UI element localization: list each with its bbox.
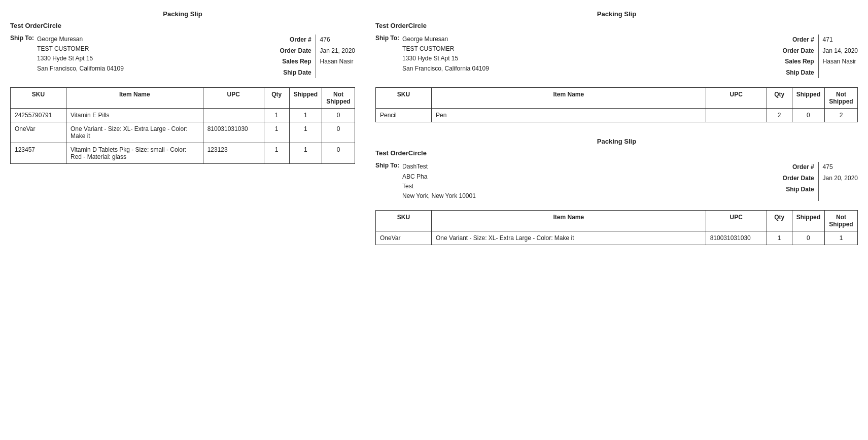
- ship-date-label-2: Ship Date: [783, 67, 814, 79]
- order-num-label-2: Order #: [783, 35, 814, 46]
- cell-qty: 2: [767, 109, 792, 122]
- ship-to-address-1: George Muresan TEST CUSTOMER 1330 Hyde S…: [37, 35, 124, 78]
- slip-title-1: Packing Slip: [10, 10, 355, 18]
- th-notshipped-2: Not Shipped: [825, 88, 858, 109]
- table-row: Pencil Pen 2 0 2: [376, 109, 858, 122]
- ship-to-label-2: Ship To:: [375, 35, 399, 78]
- address-name-3: DashTest: [402, 162, 476, 172]
- page-container: Packing Slip Test OrderCircle Ship To: G…: [10, 10, 858, 245]
- company-name-2: Test OrderCircle: [375, 22, 858, 29]
- address-line4-2: San Francisco, California 04109: [402, 64, 489, 74]
- cell-notshipped: 0: [322, 143, 355, 164]
- th-sku-2: SKU: [376, 88, 432, 109]
- th-qty-3: Qty: [767, 211, 792, 231]
- cell-item: One Variant - Size: XL- Extra Large - Co…: [432, 231, 706, 245]
- cell-upc: [706, 109, 767, 122]
- cell-qty: 1: [264, 122, 289, 143]
- table-row: 24255790791 Vitamin E Pills 1 1 0: [11, 109, 355, 122]
- cell-item: One Variant - Size: XL- Extra Large - Co…: [66, 122, 203, 143]
- sales-rep-value-1: Hasan Nasir: [320, 56, 355, 67]
- order-values-3: 475 Jan 20, 2020: [823, 162, 858, 201]
- cell-notshipped: 2: [825, 109, 858, 122]
- th-item-1: Item Name: [66, 88, 203, 109]
- order-num-value-1: 476: [320, 35, 355, 46]
- company-name-1: Test OrderCircle: [10, 22, 355, 29]
- th-notshipped-1: Not Shipped: [322, 88, 355, 109]
- th-item-2: Item Name: [432, 88, 706, 109]
- ship-to-section-2: Ship To: George Muresan TEST CUSTOMER 13…: [375, 35, 489, 78]
- items-table-2: SKU Item Name UPC Qty Shipped Not Shippe…: [375, 87, 858, 122]
- th-upc-1: UPC: [203, 88, 264, 109]
- ship-to-section-3: Ship To: DashTest ABC Pha Test New York,…: [375, 162, 476, 201]
- cell-shipped: 0: [792, 231, 824, 245]
- sales-rep-label-1: Sales Rep: [280, 56, 311, 67]
- address-line2-3: ABC Pha: [402, 172, 476, 182]
- cell-qty: 1: [264, 143, 289, 164]
- sales-rep-label-2: Sales Rep: [783, 56, 814, 67]
- cell-shipped: 1: [289, 109, 322, 122]
- sales-rep-value-2: Hasan Nasir: [823, 56, 858, 67]
- cell-sku: Pencil: [376, 109, 432, 122]
- slip-title-3: Packing Slip: [375, 138, 858, 145]
- order-date-value-3: Jan 20, 2020: [823, 173, 858, 184]
- th-sku-1: SKU: [11, 88, 66, 109]
- cell-qty: 1: [264, 109, 289, 122]
- cell-notshipped: 0: [322, 122, 355, 143]
- address-line3-2: 1330 Hyde St Apt 15: [402, 54, 489, 63]
- cell-upc: 810031031030: [706, 231, 767, 245]
- cell-upc: 123123: [203, 143, 264, 164]
- address-name-1: George Muresan: [37, 35, 124, 44]
- packing-slip-3: Packing Slip Test OrderCircle Ship To: D…: [375, 138, 858, 245]
- cell-shipped: 0: [792, 109, 824, 122]
- order-date-value-1: Jan 21, 2020: [320, 46, 355, 57]
- th-upc-3: UPC: [706, 211, 767, 231]
- items-table-1: SKU Item Name UPC Qty Shipped Not Shippe…: [10, 87, 355, 164]
- order-date-label-3: Order Date: [783, 173, 814, 184]
- address-line4-1: San Francisco, California 04109: [37, 64, 124, 74]
- th-item-3: Item Name: [432, 211, 706, 231]
- order-labels-1: Order # Order Date Sales Rep Ship Date: [280, 35, 311, 78]
- th-upc-2: UPC: [706, 88, 767, 109]
- cell-sku: 123457: [11, 143, 66, 164]
- ship-to-label-1: Ship To:: [10, 35, 34, 78]
- ship-to-address-2: George Muresan TEST CUSTOMER 1330 Hyde S…: [402, 35, 489, 78]
- cell-shipped: 1: [289, 143, 322, 164]
- order-divider-1: [316, 35, 316, 78]
- ship-date-label-3: Ship Date: [783, 184, 814, 195]
- right-column: Packing Slip Test OrderCircle Ship To: G…: [375, 10, 858, 245]
- cell-shipped: 1: [289, 122, 322, 143]
- order-labels-3: Order # Order Date Ship Date: [783, 162, 814, 201]
- th-qty-1: Qty: [264, 88, 289, 109]
- order-date-value-2: Jan 14, 2020: [823, 46, 858, 57]
- order-num-label-1: Order #: [280, 35, 311, 46]
- table-row: OneVar One Variant - Size: XL- Extra Lar…: [11, 122, 355, 143]
- table-row: OneVar One Variant - Size: XL- Extra Lar…: [376, 231, 858, 245]
- slip-header-2: Ship To: George Muresan TEST CUSTOMER 13…: [375, 35, 858, 78]
- address-name-2: George Muresan: [402, 35, 489, 44]
- order-date-label-2: Order Date: [783, 46, 814, 57]
- ship-date-label-1: Ship Date: [280, 67, 311, 79]
- cell-sku: OneVar: [11, 122, 66, 143]
- cell-item: Pen: [432, 109, 706, 122]
- order-values-2: 471 Jan 14, 2020 Hasan Nasir: [823, 35, 858, 78]
- th-sku-3: SKU: [376, 211, 432, 231]
- order-num-value-3: 475: [823, 162, 858, 173]
- cell-qty: 1: [767, 231, 792, 245]
- cell-sku: OneVar: [376, 231, 432, 245]
- company-name-3: Test OrderCircle: [375, 149, 858, 157]
- cell-notshipped: 1: [825, 231, 858, 245]
- cell-upc: 810031031030: [203, 122, 264, 143]
- ship-to-section-1: Ship To: George Muresan TEST CUSTOMER 13…: [10, 35, 124, 78]
- order-num-label-3: Order #: [783, 162, 814, 173]
- address-line2-2: TEST CUSTOMER: [402, 44, 489, 54]
- ship-to-label-3: Ship To:: [375, 162, 399, 201]
- address-line3-3: Test: [402, 182, 476, 191]
- cell-notshipped: 0: [322, 109, 355, 122]
- ship-to-address-3: DashTest ABC Pha Test New York, New York…: [402, 162, 476, 201]
- packing-slip-1: Packing Slip Test OrderCircle Ship To: G…: [10, 10, 355, 164]
- order-labels-2: Order # Order Date Sales Rep Ship Date: [783, 35, 814, 78]
- order-details-3: Order # Order Date Ship Date 475 Jan 20,…: [783, 162, 858, 201]
- address-line4-3: New York, New York 10001: [402, 191, 476, 201]
- th-qty-2: Qty: [767, 88, 792, 109]
- th-shipped-3: Shipped: [792, 211, 824, 231]
